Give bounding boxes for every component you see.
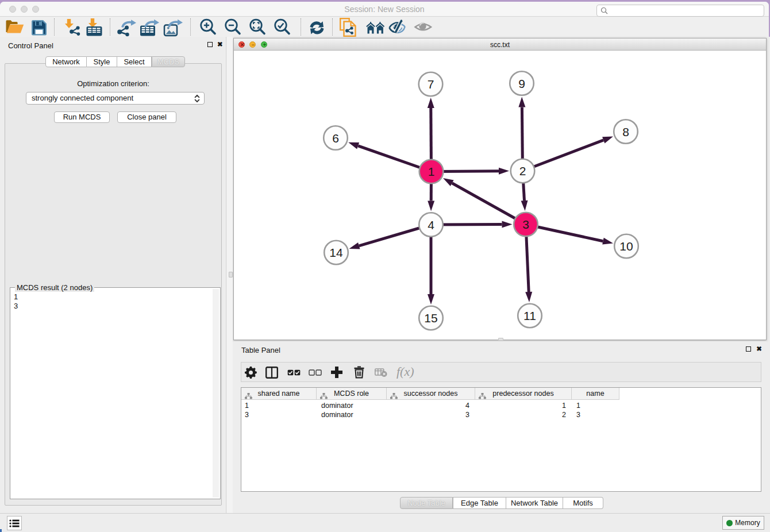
svg-text:11: 11: [523, 309, 536, 322]
svg-text:7: 7: [428, 78, 434, 91]
svg-text:6: 6: [332, 132, 339, 145]
svg-text:3: 3: [522, 218, 529, 231]
svg-text:2: 2: [519, 164, 526, 178]
svg-text:1: 1: [428, 165, 435, 178]
svg-text:8: 8: [622, 125, 629, 138]
svg-text:10: 10: [619, 240, 633, 253]
svg-text:14: 14: [329, 246, 343, 259]
svg-text:4: 4: [428, 218, 434, 232]
svg-text:15: 15: [424, 311, 437, 325]
svg-text:9: 9: [518, 77, 525, 90]
